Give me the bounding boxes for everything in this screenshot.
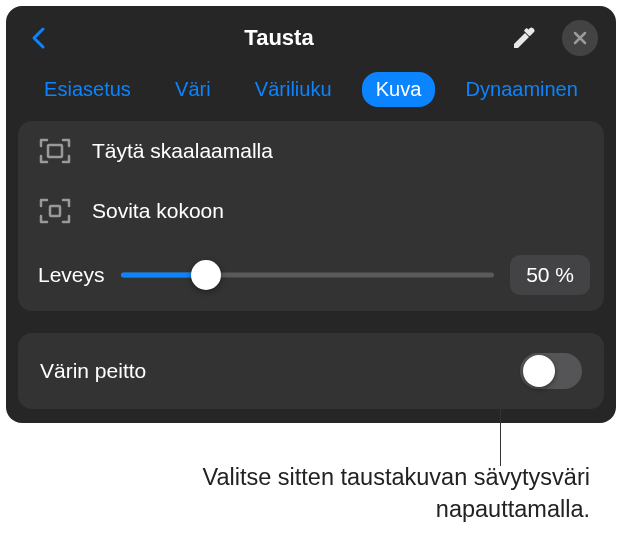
tab-color[interactable]: Väri bbox=[161, 72, 225, 107]
tab-gradient[interactable]: Väriliuku bbox=[241, 72, 346, 107]
callout-text: Valitse sitten taustakuvan sävytysväri n… bbox=[170, 462, 590, 525]
scale-options-group: Täytä skaalaamalla Sovita kokoon Leveys bbox=[18, 121, 604, 311]
scale-fill-label: Täytä skaalaamalla bbox=[92, 139, 273, 163]
slider-thumb[interactable] bbox=[191, 260, 221, 290]
back-button[interactable] bbox=[24, 24, 52, 52]
width-label: Leveys bbox=[38, 263, 105, 287]
close-button[interactable] bbox=[562, 20, 598, 56]
close-icon bbox=[572, 30, 588, 46]
option-scale-fill[interactable]: Täytä skaalaamalla bbox=[18, 121, 604, 181]
color-overlay-label: Värin peitto bbox=[40, 359, 146, 383]
chevron-left-icon bbox=[30, 26, 46, 50]
header: Tausta bbox=[6, 6, 616, 72]
option-fit[interactable]: Sovita kokoon bbox=[18, 181, 604, 241]
svg-rect-2 bbox=[50, 206, 60, 216]
scale-fill-icon bbox=[38, 137, 72, 165]
fit-icon bbox=[38, 197, 72, 225]
fit-label: Sovita kokoon bbox=[92, 199, 224, 223]
tab-image[interactable]: Kuva bbox=[362, 72, 436, 107]
content: Täytä skaalaamalla Sovita kokoon Leveys bbox=[6, 121, 616, 423]
tab-preset[interactable]: Esiasetus bbox=[30, 72, 145, 107]
background-panel: Tausta Esiasetus Väri Väriliuku Kuva Dyn… bbox=[6, 6, 616, 423]
width-value[interactable]: 50 % bbox=[510, 255, 590, 295]
width-slider-row: Leveys 50 % bbox=[18, 241, 604, 311]
tab-dynamic[interactable]: Dynaaminen bbox=[452, 72, 592, 107]
callout-line bbox=[500, 384, 501, 466]
toggle-knob bbox=[523, 355, 555, 387]
tab-bar: Esiasetus Väri Väriliuku Kuva Dynaaminen bbox=[6, 72, 616, 121]
page-title: Tausta bbox=[244, 25, 313, 51]
eyedropper-icon bbox=[510, 24, 538, 52]
width-slider[interactable] bbox=[121, 260, 495, 290]
svg-rect-1 bbox=[48, 145, 62, 157]
color-overlay-toggle[interactable] bbox=[520, 353, 582, 389]
color-overlay-row: Värin peitto bbox=[18, 333, 604, 409]
eyedropper-button[interactable] bbox=[506, 20, 542, 56]
